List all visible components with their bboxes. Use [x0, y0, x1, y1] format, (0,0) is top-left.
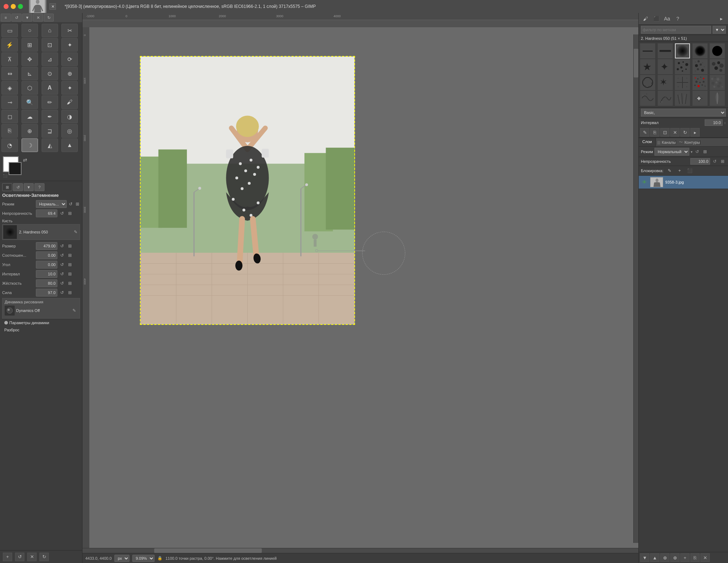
size-input[interactable] — [36, 242, 57, 250]
tool-fill[interactable]: ◑ — [61, 110, 78, 123]
tool-bottom-redo[interactable]: ↻ — [39, 553, 49, 561]
maximize-button[interactable] — [18, 4, 23, 9]
brush-tb-copy[interactable]: ⎘ — [650, 128, 660, 137]
tool-extra2[interactable]: ▲ — [61, 138, 78, 152]
tool-options-tab-options[interactable]: ⊞ — [2, 183, 12, 191]
tool-fuzzy-select[interactable]: ⚡ — [1, 38, 18, 52]
swap-colors-icon[interactable]: ⇄ — [23, 157, 27, 163]
dynamics-edit-icon[interactable]: ✎ — [71, 307, 77, 314]
mode-chain-icon[interactable]: ⊞ — [75, 201, 80, 207]
brush-cell-5[interactable] — [710, 43, 725, 58]
tool-heal[interactable]: ⊕ — [22, 124, 38, 138]
reset-colors-icon[interactable]: ⬛ — [3, 174, 7, 178]
tool-airbrush[interactable]: ☁ — [22, 110, 38, 123]
brush-cell-2[interactable] — [658, 43, 673, 58]
scrollbar-thumb-v[interactable] — [634, 49, 638, 77]
right-icon-brushes[interactable]: 🖌 — [641, 14, 650, 23]
tool-color-picker[interactable]: ✦ — [61, 81, 78, 95]
tool-free-select[interactable]: ⌂ — [42, 24, 58, 37]
right-icon-help[interactable]: ? — [673, 14, 682, 23]
tool-ellipse-select[interactable]: ○ — [22, 24, 38, 37]
tool-scale[interactable]: ⇔ — [1, 67, 18, 80]
layers-mode-select[interactable]: Нормальный — [654, 148, 689, 156]
tool-pencil[interactable]: ✏ — [42, 95, 58, 109]
canvas-image-container[interactable] — [140, 56, 355, 325]
brush-category-dropdown[interactable]: Basic, — [641, 109, 726, 117]
brush-tb-edit[interactable]: ✎ — [640, 128, 649, 137]
filter-input[interactable] — [641, 26, 711, 34]
brush-cell-8[interactable] — [675, 59, 690, 74]
force-reset-icon[interactable]: ↺ — [59, 289, 65, 296]
tool-align[interactable]: ⊼ — [1, 52, 18, 66]
canvas-viewport[interactable] — [90, 27, 638, 548]
brush-cell-20[interactable] — [710, 91, 725, 106]
right-icon-patterns[interactable]: ⬛ — [652, 14, 661, 23]
size-reset-icon[interactable]: ↺ — [59, 243, 65, 249]
brush-cell-10[interactable] — [710, 59, 725, 74]
canvas-scrollbar-horizontal[interactable] — [82, 548, 638, 553]
tool-rotate[interactable]: ⟳ — [61, 52, 78, 66]
brush-cell-16[interactable] — [640, 91, 655, 106]
brush-cell-17[interactable] — [658, 91, 673, 106]
tab-layers[interactable]: Слои — [639, 138, 656, 146]
scrollbar-thumb-h[interactable] — [154, 548, 262, 553]
tool-bottom-undo[interactable]: ↺ — [15, 553, 24, 561]
right-panel-collapse[interactable]: ▸ — [717, 14, 726, 23]
tool-paths[interactable]: ✦ — [61, 38, 78, 52]
hardness-input[interactable] — [36, 279, 57, 287]
unit-selector[interactable]: px — [114, 555, 129, 562]
ratio-chain-icon[interactable]: ⊞ — [67, 252, 73, 259]
tool-cage-transform[interactable]: ⬡ — [22, 81, 38, 95]
tool-ink[interactable]: ✒ — [42, 110, 58, 123]
tool-bottom-delete[interactable]: ✕ — [27, 553, 37, 561]
tool-flip[interactable]: ⊕ — [61, 67, 78, 80]
tool-scissors-select[interactable]: ✂ — [61, 24, 78, 37]
close-button[interactable] — [4, 4, 9, 9]
spacing-reset-icon[interactable]: ↺ — [59, 271, 65, 277]
angle-chain-icon[interactable]: ⊞ — [67, 261, 73, 268]
tool-move[interactable]: ✥ — [22, 52, 38, 66]
brush-cell-6[interactable]: ★ — [640, 59, 655, 74]
tool-clone[interactable]: ⎘ — [1, 124, 18, 138]
hardness-reset-icon[interactable]: ↺ — [59, 280, 65, 287]
zoom-selector[interactable]: 9.09% — [132, 555, 155, 562]
image-close-button[interactable]: ✕ — [49, 3, 56, 10]
toolbox-tab-4[interactable]: ✕ — [33, 14, 43, 22]
brush-cell-13[interactable] — [675, 75, 690, 90]
brush-cell-12[interactable]: ✶ — [658, 75, 673, 90]
scatter-label[interactable]: Разброс — [4, 328, 19, 332]
layers-mode-reset[interactable]: ↺ — [694, 148, 700, 155]
brush-tb-more[interactable]: ▸ — [690, 128, 700, 137]
force-input[interactable] — [36, 289, 57, 297]
layer-item-0[interactable]: 👁 9358-3.jpg — [639, 176, 728, 189]
lock-position-icon[interactable]: + — [676, 167, 684, 174]
mode-dropdown[interactable]: Нормаль... — [36, 200, 67, 208]
brush-cell-11[interactable] — [640, 75, 655, 90]
canvas-scrollbar-vertical[interactable] — [633, 34, 638, 543]
tool-zoom[interactable]: 🔍 — [22, 95, 38, 109]
layers-opacity-chain[interactable]: ⊞ — [719, 158, 726, 165]
brush-cell-19[interactable]: ✦ ✦ — [692, 91, 708, 106]
layers-tb-delete[interactable]: ✕ — [700, 553, 710, 562]
opacity-reset-icon[interactable]: ↺ — [59, 210, 65, 217]
layers-mode-chain[interactable]: ⊞ — [702, 148, 708, 155]
tool-paintbrush[interactable]: 🖌 — [61, 95, 78, 109]
brush-cell-4[interactable] — [692, 43, 708, 58]
layers-tb-new[interactable]: + — [680, 553, 690, 562]
tool-perspective[interactable]: ⊙ — [42, 67, 58, 80]
tool-extra1[interactable]: ◭ — [42, 138, 58, 152]
lock-pixels-icon[interactable]: ✎ — [666, 167, 673, 174]
brush-tb-delete[interactable]: ✕ — [670, 128, 680, 137]
brush-cell-3[interactable] — [675, 43, 690, 58]
brush-cell-7[interactable]: ✦ — [658, 59, 673, 74]
opacity-chain-icon[interactable]: ⊞ — [67, 210, 73, 217]
layer-visibility-icon[interactable]: 👁 — [641, 179, 648, 186]
hardness-chain-icon[interactable]: ⊞ — [67, 280, 73, 287]
layers-opacity-reset[interactable]: ↺ — [712, 158, 718, 165]
tool-warp-transform[interactable]: ◈ — [1, 81, 18, 95]
tool-measure[interactable]: ⊸ — [1, 95, 18, 109]
force-chain-icon[interactable]: ⊞ — [67, 289, 73, 296]
lock-all-icon[interactable]: ⬛ — [686, 167, 694, 174]
tool-crop[interactable]: ⊿ — [42, 52, 58, 66]
filter-dropdown[interactable]: ▼ — [713, 26, 726, 34]
